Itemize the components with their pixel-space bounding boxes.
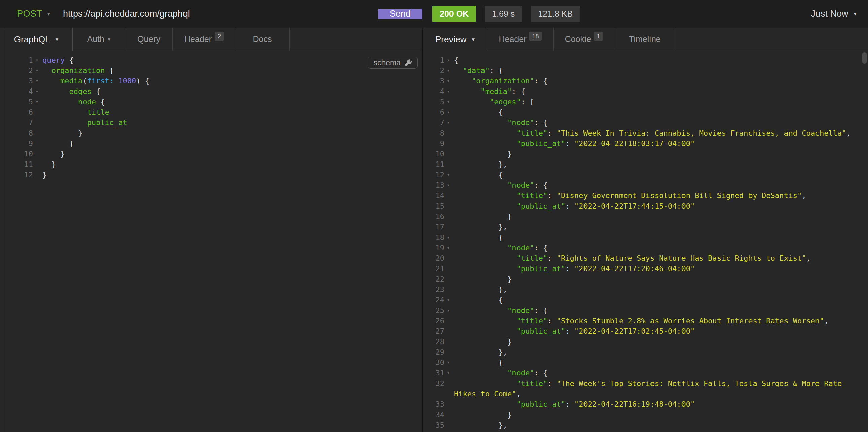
url-input[interactable]: https://api.cheddar.com/graphql xyxy=(63,9,378,19)
code-text: { xyxy=(454,170,868,180)
code-text[interactable]: } xyxy=(42,128,422,138)
fold-arrow-icon[interactable]: ▾ xyxy=(33,55,41,65)
tab-request-header[interactable]: Header 2 xyxy=(173,28,235,51)
code-text: }, xyxy=(454,222,868,232)
code-text[interactable]: title xyxy=(42,107,422,118)
code-text[interactable]: } xyxy=(42,149,422,159)
fold-arrow-icon[interactable]: ▾ xyxy=(444,86,453,97)
fold-arrow-icon[interactable]: ▾ xyxy=(444,76,453,86)
code-text[interactable]: } xyxy=(42,170,422,180)
fold-arrow-icon[interactable]: ▾ xyxy=(444,242,453,253)
code-line: 28 } xyxy=(423,336,868,347)
code-text: } xyxy=(454,211,868,222)
tab-query[interactable]: Query xyxy=(125,28,173,51)
code-text: "node": { xyxy=(454,118,868,128)
response-history-dropdown[interactable]: Just Now ▾ xyxy=(811,9,868,19)
gutter-spacer xyxy=(33,107,41,118)
caret-down-icon: ▾ xyxy=(854,11,857,17)
line-number: 3 xyxy=(0,76,33,86)
preview-mode-dropdown[interactable]: Preview ▾ xyxy=(423,28,487,51)
fold-arrow-icon[interactable]: ▾ xyxy=(444,368,453,378)
code-text[interactable]: organization { xyxy=(42,65,422,76)
line-number: 14 xyxy=(423,191,444,201)
response-pane: Preview ▾ Header 18 Cookie 1 Timeline 1▾… xyxy=(423,28,868,432)
gutter-spacer xyxy=(33,138,41,149)
code-text: { xyxy=(454,55,868,65)
tab-cookie[interactable]: Cookie 1 xyxy=(554,28,615,51)
code-text[interactable]: public_at xyxy=(42,118,422,128)
code-line: 17 }, xyxy=(423,222,868,232)
fold-arrow-icon[interactable]: ▾ xyxy=(444,118,453,128)
line-number: 4 xyxy=(0,86,33,97)
code-text[interactable]: media(first: 1000) { xyxy=(42,76,422,86)
gutter-spacer xyxy=(33,159,41,170)
gutter-spacer xyxy=(444,347,453,357)
gutter-spacer xyxy=(33,128,41,138)
response-tabbar-filler xyxy=(675,28,868,51)
code-line: 31▾ "node": { xyxy=(423,368,868,378)
line-number: 10 xyxy=(423,149,444,159)
schema-button[interactable]: schema xyxy=(368,57,417,69)
fold-arrow-icon[interactable]: ▾ xyxy=(444,65,453,76)
code-line: 8 "title": "This Week In Trivia: Cannabi… xyxy=(423,128,868,138)
code-text: "title": "This Week In Trivia: Cannabis,… xyxy=(454,128,868,138)
code-line: 29 }, xyxy=(423,347,868,357)
gutter-spacer xyxy=(444,409,453,420)
code-line: 26 "title": "Stocks Stumble 2.8% as Worr… xyxy=(423,315,868,326)
fold-arrow-icon[interactable]: ▾ xyxy=(444,295,453,305)
tab-response-header-label: Header xyxy=(499,34,526,44)
tab-auth[interactable]: Auth ▾ xyxy=(73,28,125,51)
tab-docs-label: Docs xyxy=(253,34,272,44)
tab-request-header-label: Header xyxy=(184,34,212,44)
response-json-viewer: 1▾{2▾ "data": {3▾ "organization": {4▾ "m… xyxy=(423,51,868,432)
caret-down-icon: ▾ xyxy=(108,36,111,42)
fold-arrow-icon[interactable]: ▾ xyxy=(444,170,453,180)
code-line: 10 } xyxy=(423,149,868,159)
line-number: 1 xyxy=(0,55,33,65)
fold-arrow-icon[interactable]: ▾ xyxy=(33,86,41,97)
code-line: 27 "public_at": "2022-04-22T17:02:45-04:… xyxy=(423,326,868,336)
code-text[interactable]: } xyxy=(42,159,422,170)
code-line: 2▾ organization { xyxy=(0,65,422,76)
gutter-spacer xyxy=(444,159,453,170)
fold-arrow-icon[interactable]: ▾ xyxy=(33,65,41,76)
code-line: 9 } xyxy=(0,138,422,149)
line-number: 11 xyxy=(0,159,33,170)
fold-arrow-icon[interactable]: ▾ xyxy=(444,430,453,432)
code-text[interactable]: edges { xyxy=(42,86,422,97)
tab-auth-label: Auth xyxy=(87,34,104,44)
gutter-spacer xyxy=(444,128,453,138)
code-line: 36▾ { xyxy=(423,430,868,432)
tab-timeline[interactable]: Timeline xyxy=(615,28,675,51)
send-button[interactable]: Send xyxy=(378,9,422,19)
body-type-dropdown[interactable]: GraphQL ▾ xyxy=(0,28,73,51)
fold-arrow-icon[interactable]: ▾ xyxy=(33,76,41,86)
code-line: 11 } xyxy=(0,159,422,170)
request-tabbar-filler xyxy=(289,28,422,51)
fold-arrow-icon[interactable]: ▾ xyxy=(33,97,41,107)
tab-docs[interactable]: Docs xyxy=(235,28,289,51)
code-line: 32 "title": "The Week's Top Stories: Net… xyxy=(423,378,868,399)
fold-arrow-icon[interactable]: ▾ xyxy=(444,97,453,107)
sidebar-drag-handle[interactable] xyxy=(3,28,3,432)
fold-arrow-icon[interactable]: ▾ xyxy=(444,180,453,191)
code-text: }, xyxy=(454,159,868,170)
graphql-query-editor[interactable]: schema 1▾query {2▾ organization {3▾ medi… xyxy=(0,51,422,432)
line-number: 21 xyxy=(423,263,444,274)
gutter-spacer xyxy=(444,378,453,399)
tab-response-header[interactable]: Header 18 xyxy=(487,28,554,51)
fold-arrow-icon[interactable]: ▾ xyxy=(444,107,453,118)
code-text[interactable]: query { xyxy=(42,55,422,65)
fold-arrow-icon[interactable]: ▾ xyxy=(444,305,453,315)
code-text[interactable]: node { xyxy=(42,97,422,107)
method-dropdown[interactable]: POST ▾ xyxy=(0,9,50,19)
fold-arrow-icon[interactable]: ▾ xyxy=(444,232,453,242)
code-line: 16 } xyxy=(423,211,868,222)
code-text: } xyxy=(454,336,868,347)
fold-arrow-icon[interactable]: ▾ xyxy=(444,357,453,368)
code-text[interactable]: } xyxy=(42,138,422,149)
response-scrollbar-thumb[interactable] xyxy=(862,53,867,64)
code-line: 19▾ "node": { xyxy=(423,242,868,253)
fold-arrow-icon[interactable]: ▾ xyxy=(444,55,453,65)
code-text: "public_at": "2022-04-22T17:44:15-04:00" xyxy=(454,201,868,211)
